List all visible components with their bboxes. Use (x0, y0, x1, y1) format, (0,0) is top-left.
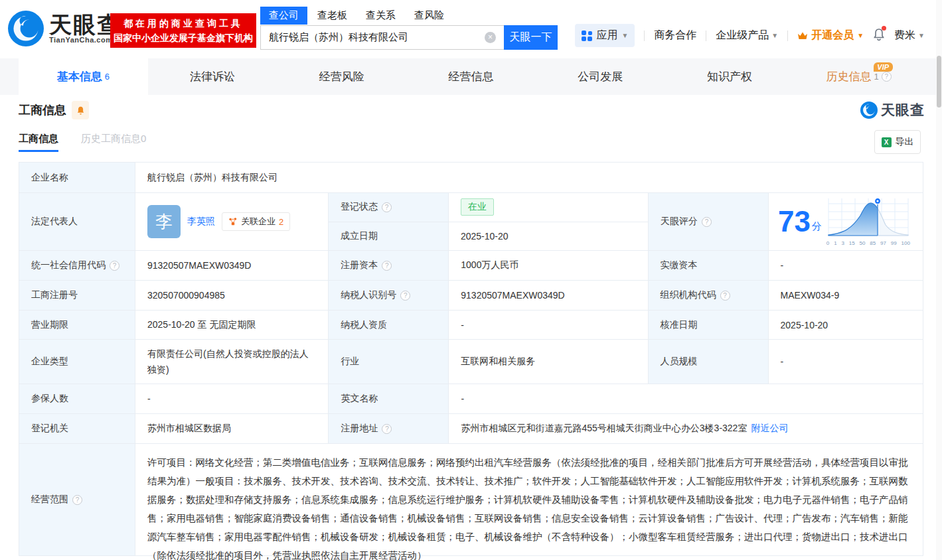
apps-menu[interactable]: 应用 ▼ (575, 24, 635, 47)
label-text: 企业名称 (31, 172, 68, 184)
notifications-bell-icon[interactable] (873, 28, 885, 44)
label-text: 实缴资本 (661, 259, 698, 271)
tab-intellectual-property[interactable]: 知识产权 (665, 58, 795, 95)
tab-operation-info[interactable]: 经营信息 (406, 58, 536, 95)
tab-basic-info[interactable]: 基本信息 6 (19, 58, 148, 95)
subtab-business-info[interactable]: 工商信息 (19, 133, 58, 152)
logo-swirl-icon (8, 11, 44, 46)
search-tab-relation[interactable]: 查关系 (357, 7, 404, 25)
label-text: 组织机构代码 (661, 289, 716, 301)
table-row: 工商注册号 320507000904985 纳税人识别号 ? 91320507M… (19, 281, 923, 311)
label-text: 英文名称 (341, 393, 378, 405)
established-cell: 2025-10-20 (449, 222, 649, 250)
help-icon[interactable]: ? (382, 424, 392, 434)
status-badge[interactable]: 在业 (461, 198, 494, 216)
search-tab-risk[interactable]: 查风险 (406, 7, 453, 25)
staff-size-value: - (769, 340, 923, 384)
tab-label: 经营信息 (449, 69, 494, 84)
table-row: 营业期限 2025-10-20 至 无固定期限 纳税人资质 - 核准日期 202… (19, 311, 923, 340)
label-text: 工商注册号 (31, 289, 78, 301)
field-label: 纳税人资质 (329, 311, 449, 339)
export-button[interactable]: X 导出 (874, 130, 921, 154)
label-text: 天眼评分 (661, 216, 698, 228)
label-text: 成立日期 (341, 230, 378, 242)
help-icon[interactable]: ? (110, 261, 119, 271)
legal-rep-link[interactable]: 李英照 (187, 216, 215, 228)
help-icon[interactable]: ? (382, 202, 392, 212)
help-icon[interactable]: ? (382, 261, 392, 271)
label-text: 行业 (341, 356, 359, 368)
uscc-value: 91320507MAEXW0349D (135, 251, 329, 280)
help-icon[interactable]: ? (702, 217, 712, 227)
tianyan-score-cell[interactable]: 73 分 (769, 193, 923, 250)
field-label: 企业名称 (19, 163, 135, 192)
nav-enterprise-products[interactable]: 企业级产品 ▼ (716, 29, 778, 42)
field-label: 工商注册号 (19, 281, 135, 310)
company-tab-strip: 基本信息 6 法律诉讼 经营风险 经营信息 公司发展 知识产权 VIP 历史信息… (0, 58, 942, 95)
tab-label: 经营风险 (319, 69, 364, 84)
table-row: 参保人数 - 英文名称 - (19, 384, 923, 414)
vip-badge: VIP (874, 62, 893, 72)
tab-label: 基本信息 (57, 69, 102, 84)
related-companies-badge[interactable]: 关联企业 2 (222, 212, 290, 231)
crown-icon (797, 31, 808, 40)
business-scope-value: 许可项目：网络文化经营；第二类增值电信业务；互联网信息服务；网络预约出租汽车经营… (135, 444, 923, 555)
tab-legal-litigation[interactable]: 法律诉讼 (148, 58, 277, 95)
page-header: 天眼查 TianYanCha.com 都在用的商业查询工具 国家中小企业发展子基… (0, 0, 942, 58)
help-icon[interactable]: ? (882, 72, 892, 82)
value-text: 2025-10-20 (461, 231, 509, 242)
legal-rep-cell: 李 李英照 关联企业 2 (135, 193, 329, 250)
industry-value: 互联网和相关服务 (449, 340, 648, 384)
scrollbar-thumb[interactable] (937, 56, 941, 107)
chevron-down-icon: ▼ (857, 32, 864, 39)
search-area: 查公司 查老板 查关系 查风险 天眼一下 × (260, 7, 559, 50)
help-icon[interactable]: ? (720, 291, 730, 301)
search-tab-company[interactable]: 查公司 (260, 7, 307, 25)
clear-search-icon[interactable]: × (485, 32, 496, 43)
subtab-history-business-info[interactable]: 历史工商信息0 (81, 133, 146, 152)
search-tab-boss[interactable]: 查老板 (309, 7, 356, 25)
taxpayer-id-value: 91320507MAEXW0349D (449, 281, 648, 310)
label-text: 法定代表人 (31, 216, 78, 228)
network-icon (228, 217, 238, 226)
field-label: 纳税人识别号 ? (329, 281, 449, 310)
tab-company-development[interactable]: 公司发展 (536, 58, 665, 95)
nearby-companies-link[interactable]: 附近公司 (751, 423, 788, 435)
business-term-value: 2025-10-20 至 无固定期限 (135, 311, 329, 339)
help-icon[interactable]: ? (400, 291, 410, 301)
chevron-down-icon: ▼ (621, 32, 628, 39)
nav-divider (706, 31, 706, 41)
tab-label: 知识产权 (707, 69, 752, 84)
vip-label: 开通会员 (811, 29, 854, 42)
nav-enterprise-label: 企业级产品 (716, 29, 769, 42)
scrollbar-track[interactable] (936, 0, 942, 560)
section-header: 工商信息 (19, 101, 89, 119)
user-menu[interactable]: 费米 ▼ (894, 29, 925, 42)
slogan-line2: 国家中小企业发展子基金旗下机构 (114, 31, 253, 45)
score-unit: 分 (812, 220, 822, 233)
tab-count: 6 (105, 72, 110, 82)
field-label: 天眼评分 ? (649, 193, 769, 250)
score-distribution-chart: 01 315 5085 9799 100 (826, 197, 911, 246)
search-input[interactable] (260, 25, 504, 50)
tab-operation-risk[interactable]: 经营风险 (277, 58, 406, 95)
excel-icon: X (882, 137, 892, 147)
tab-history-info[interactable]: VIP 历史信息 1 ? (794, 58, 923, 95)
paid-capital-value: - (769, 251, 923, 280)
label-text: 营业期限 (31, 319, 68, 331)
label-text: 统一社会信用代码 (31, 259, 106, 271)
label-text: 登记机关 (31, 423, 68, 435)
approval-date-value: 2025-10-20 (769, 311, 923, 339)
vip-upgrade-button[interactable]: 开通会员 ▼ (797, 29, 864, 42)
section-title: 工商信息 (19, 102, 66, 118)
label-text: 人员规模 (661, 356, 698, 368)
tianyancha-logo[interactable]: 天眼查 TianYanCha.com (8, 11, 121, 46)
avatar[interactable]: 李 (147, 205, 181, 238)
subscribe-bell-icon[interactable] (72, 101, 89, 119)
label-text: 经营范围 (31, 494, 68, 506)
field-label: 营业期限 (19, 311, 135, 339)
search-button[interactable]: 天眼一下 (504, 25, 558, 50)
reg-status-cell: 在业 (449, 193, 649, 222)
nav-business-coop[interactable]: 商务合作 (654, 29, 696, 42)
help-icon[interactable]: ? (72, 495, 82, 505)
